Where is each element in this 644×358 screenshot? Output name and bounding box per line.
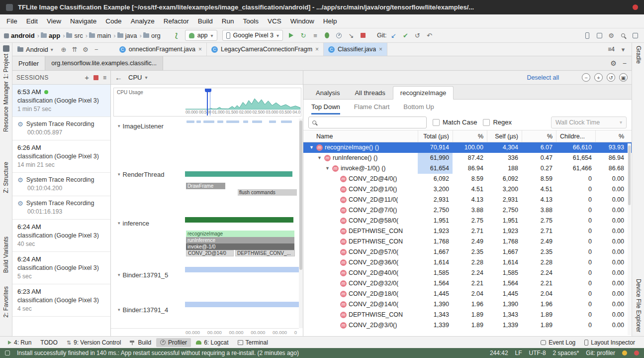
expand-arrow-icon[interactable]: ▼ <box>309 142 314 153</box>
toolwindow-button[interactable]: 4: Run <box>4 338 35 347</box>
table-row[interactable]: ▼ m CONV_2D@57/0( 1,667 2.35 1,667 2.35 … <box>303 247 632 257</box>
menu-item[interactable]: Refactor <box>159 15 193 27</box>
column-header-name[interactable]: Name <box>303 130 418 142</box>
git-update-icon[interactable]: ↙ <box>388 30 398 40</box>
trace-span-depthwise[interactable]: DEPTHWISE_CONV_... <box>235 250 295 256</box>
project-view-select[interactable]: Android ▾ <box>12 43 58 56</box>
table-row[interactable]: ▼ m CONV_2D@11/0( 2,931 4.13 2,931 4.13 … <box>303 195 632 205</box>
menu-item[interactable]: Tools <box>239 15 264 27</box>
sidebar-item-gradle[interactable]: Gradle <box>635 46 642 64</box>
session-item[interactable]: ⚙ System Trace Recording 00:01:16.193 <box>12 196 110 220</box>
table-row[interactable]: ▼ m DEPTHWISE_CON 1,343 1.89 1,343 1.89 … <box>303 310 632 320</box>
editor-tab[interactable]: C onnectionFragment.java × <box>115 43 207 56</box>
status-widget[interactable]: LF <box>515 350 522 357</box>
session-item[interactable]: 6:26 AM ⚙ classification (Google Pixel 3… <box>12 140 110 173</box>
selection-handle[interactable] <box>205 89 211 92</box>
run-menu-icon[interactable]: ≡ <box>310 30 320 40</box>
thread-row-renderthread[interactable]: ▾ RenderThread <box>118 170 164 178</box>
analysis-tab[interactable]: recognizeImage <box>393 86 454 100</box>
gear-icon[interactable]: ⚙ <box>610 59 617 67</box>
breadcrumb-item[interactable]: android › <box>4 32 40 39</box>
sidebar-item-device-file-explorer[interactable]: Device File Explorer <box>635 279 642 332</box>
session-item[interactable]: 6:23 AM ⚙ classification (Google Pixel 3… <box>12 284 110 317</box>
git-commit-icon[interactable]: ✔ <box>400 30 410 40</box>
table-row[interactable]: ▼ m CONV_2D@36/0( 1,614 2.28 1,614 2.28 … <box>303 257 632 268</box>
session-item[interactable]: 6:24 AM ⚙ classification (Google Pixel 3… <box>12 220 110 252</box>
event-log-bell-icon[interactable] <box>622 351 627 356</box>
sidebar-item-structure[interactable]: Z: Structure <box>2 162 9 193</box>
close-icon[interactable]: × <box>198 46 202 53</box>
menu-item[interactable]: File <box>2 15 22 27</box>
hidden-tabs-dropdown[interactable]: ≡4 <box>608 46 615 53</box>
toolwindow-button[interactable]: Layout Inspector <box>580 338 639 347</box>
analysis-tab[interactable]: Analysis <box>308 86 347 99</box>
gear-icon[interactable]: ⚙ <box>80 43 91 56</box>
menu-item[interactable]: Run <box>217 15 239 27</box>
session-item[interactable]: 6:53 AM ⚙ classification (Google Pixel 3… <box>12 85 110 117</box>
trace-span-invoke[interactable]: invoke@-1/0 <box>186 243 294 250</box>
sidebar-item-build-variants[interactable]: Build Variants <box>2 237 9 273</box>
breadcrumb-item[interactable]: java › <box>117 32 142 39</box>
project-structure-icon[interactable]: ⚙ <box>606 30 616 40</box>
run-configuration-select[interactable]: app ▾ <box>185 30 217 41</box>
attach-debugger-icon[interactable]: ↘ <box>346 30 356 40</box>
device-select[interactable]: Google Pixel 3 ▾ <box>222 30 283 41</box>
expand-arrow-icon[interactable]: ▼ <box>317 153 322 163</box>
menu-item[interactable]: Analyze <box>126 15 159 27</box>
table-row[interactable]: ▼ m CONV_2D@14/0( 1,390 1.96 1,390 1.96 … <box>303 299 632 310</box>
column-header-self-pct[interactable]: % <box>522 130 556 142</box>
toolwindow-button[interactable]: Terminal <box>234 338 272 347</box>
toolwindow-button[interactable]: Build <box>126 338 155 347</box>
status-widget[interactable]: Git: profiler <box>586 350 615 357</box>
profile-icon[interactable] <box>334 30 344 40</box>
menu-item[interactable]: View <box>42 15 66 27</box>
trace-span-runinference[interactable]: runInference <box>186 237 294 243</box>
filter-input[interactable] <box>319 119 423 126</box>
table-row[interactable]: ▼ m recognizeImage() () 70,914 100.00 4,… <box>303 142 632 153</box>
run-icon[interactable] <box>286 30 296 40</box>
profiler-type-select[interactable]: CPU ▾ <box>128 74 147 81</box>
editor-tab[interactable]: C Classifier.java × <box>324 43 387 56</box>
regex-checkbox[interactable]: Regex <box>483 119 512 126</box>
toolwindow-toggle-icon[interactable] <box>5 351 10 356</box>
wrench-icon[interactable]: ⟅ <box>172 30 182 40</box>
sidebar-item-resource-manager[interactable]: Resource Manager <box>2 81 9 132</box>
close-icon[interactable]: × <box>379 46 382 53</box>
zoom-in-icon[interactable]: + <box>594 73 603 82</box>
thread-row-inference[interactable]: ▾ inference <box>118 219 149 227</box>
session-item[interactable]: ⚙ System Trace Recording 00:10:04.200 <box>12 173 110 196</box>
breadcrumb-item[interactable]: org › <box>143 32 161 39</box>
column-header-total[interactable]: Total (µs) <box>418 130 453 142</box>
session-item[interactable]: 6:24 AM ⚙ classification (Google Pixel 3… <box>12 252 110 284</box>
editor-settings-icon[interactable]: ▾ <box>618 46 629 53</box>
toolwindow-button[interactable]: 6: Logcat <box>192 338 232 347</box>
toolwindow-button[interactable]: Event Log <box>537 338 579 347</box>
locate-icon[interactable]: ⊕ <box>58 43 69 56</box>
column-header-self[interactable]: Self (µs) <box>487 130 522 142</box>
table-row[interactable]: ▼ m DEPTHWISE_CON 1,768 2.49 1,768 2.49 … <box>303 237 632 247</box>
thread-row-binder5[interactable]: ▾ Binder:13791_5 <box>118 271 168 279</box>
expand-arrow-icon[interactable]: ▼ <box>325 163 330 174</box>
profiler-window-title[interactable]: Profiler <box>12 56 45 70</box>
reset-zoom-icon[interactable]: ↺ <box>607 73 615 82</box>
sdk-manager-icon[interactable] <box>594 30 604 40</box>
table-row[interactable]: ▼ m CONV_2D@7/0() 2,750 3.88 2,750 3.88 … <box>303 205 632 216</box>
deselect-all-link[interactable]: Deselect all <box>527 74 559 81</box>
table-row[interactable]: ▼ m invoke@-1/0() () 61,654 86.94 188 0.… <box>303 163 632 174</box>
breadcrumb-item[interactable]: app › <box>41 32 65 39</box>
sidebar-item-favorites[interactable]: 2: Favorites <box>2 286 9 318</box>
window-layout-icon[interactable] <box>630 30 640 40</box>
column-header-children[interactable]: Childre... <box>556 130 595 142</box>
analysis-subtab[interactable]: Top Down <box>311 100 340 115</box>
menu-item[interactable]: Edit <box>22 15 42 27</box>
toolwindow-button[interactable]: Profiler <box>156 338 191 347</box>
git-history-icon[interactable]: ↺ <box>412 30 422 40</box>
hide-panel-icon[interactable]: − <box>91 43 102 56</box>
sessions-menu-icon[interactable]: ≡ <box>103 74 106 81</box>
table-row[interactable]: ▼ m CONV_2D@1/0() 3,200 4.51 3,200 4.51 … <box>303 184 632 195</box>
trace-span-flush-commands[interactable]: flush commands <box>238 189 297 196</box>
session-item[interactable]: ⚙ System Trace Recording 00:00:05.897 <box>12 117 110 140</box>
table-row[interactable]: ▼ m CONV_2D@18/0( 1,445 2.04 1,445 2.04 … <box>303 289 632 299</box>
search-everywhere-icon[interactable] <box>618 30 628 40</box>
analysis-tab[interactable]: All threads <box>347 86 392 99</box>
